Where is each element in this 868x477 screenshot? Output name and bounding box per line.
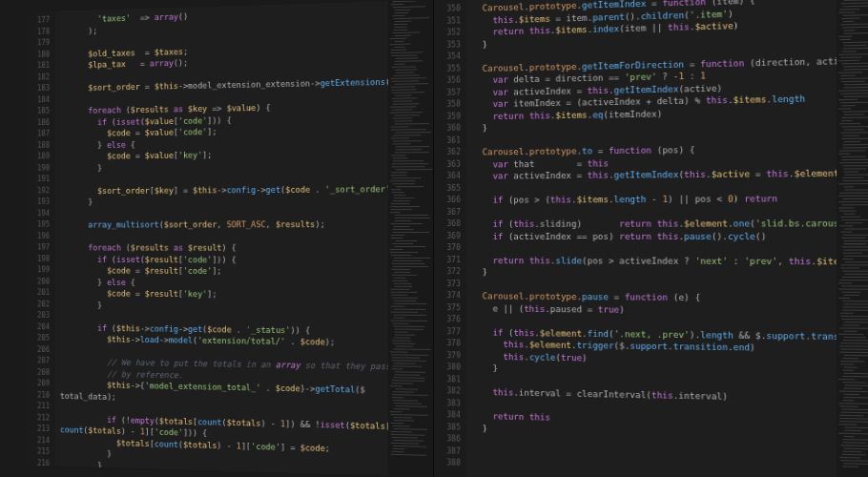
line-number: 379 [434, 350, 461, 363]
line-number: 216 [26, 457, 50, 469]
line-number: 187 [26, 129, 50, 140]
line-number: 372 [434, 266, 461, 279]
line-number: 201 [26, 287, 50, 299]
line-number: 217 [26, 468, 50, 477]
line-number: 191 [26, 174, 50, 185]
line-number: 373 [434, 279, 461, 291]
line-number: 210 [26, 389, 50, 401]
code-line[interactable]: $sort_order[$key] = $this->config->get($… [60, 183, 388, 197]
line-number: 353 [434, 39, 461, 52]
line-number: 206 [26, 344, 50, 356]
line-number: 363 [434, 158, 461, 171]
line-number: 365 [434, 182, 461, 195]
right-minimap[interactable] [837, 0, 868, 477]
right-code-area[interactable]: Carousel.prototype.getItemIndex = functi… [466, 0, 837, 477]
code-line[interactable]: array_multisort($sort_order, SORT_ASC, $… [60, 218, 388, 231]
line-number: 183 [26, 83, 50, 94]
line-number: 181 [26, 60, 50, 72]
line-number: 374 [434, 290, 461, 302]
right-editor-pane: 3503513523533543553563573583593603613623… [434, 0, 868, 477]
left-code-area[interactable]: 'taxes' => array() ); $old_taxes = $taxe… [55, 1, 388, 475]
line-number: 387 [434, 446, 461, 458]
line-number: 370 [434, 242, 461, 255]
line-number: 213 [26, 424, 50, 436]
line-number: 375 [434, 302, 461, 315]
line-number: 186 [26, 117, 50, 129]
code-line[interactable]: return this.slide(pos > activeIndex ? 'n… [472, 255, 837, 268]
line-number: 204 [26, 321, 50, 333]
line-number: 380 [434, 362, 461, 374]
line-number: 195 [26, 219, 50, 231]
line-number: 188 [26, 140, 50, 152]
line-number: 351 [434, 15, 461, 28]
line-number: 211 [26, 401, 50, 412]
line-number: 200 [26, 276, 50, 287]
line-number: 215 [26, 446, 50, 459]
line-number: 178 [26, 27, 50, 39]
line-number: 385 [434, 422, 461, 434]
left-editor-pane: 1771781791801811821831841851861871881891… [26, 0, 434, 477]
line-number: 378 [434, 338, 461, 350]
code-line[interactable]: if (this.sliding) return this.$element.o… [472, 218, 837, 230]
code-line[interactable]: if (activeIndex == pos) return this.paus… [472, 230, 837, 242]
line-number: 364 [434, 171, 461, 183]
left-gutter: 1771781791801811821831841851861871881891… [26, 11, 54, 467]
line-number: 361 [434, 135, 461, 147]
line-number: 369 [434, 230, 461, 242]
line-number: 368 [434, 218, 461, 231]
line-number: 198 [26, 254, 50, 265]
line-number: 359 [434, 111, 461, 123]
line-number: 208 [26, 366, 50, 378]
line-number: 177 [26, 15, 50, 28]
line-number: 352 [434, 27, 461, 39]
left-minimap[interactable] [388, 0, 433, 477]
right-gutter: 3503513523533543553563573583593603613623… [434, 0, 466, 477]
line-number: 358 [434, 99, 461, 112]
line-number: 179 [26, 37, 50, 50]
line-number: 199 [26, 265, 50, 277]
line-number: 185 [26, 106, 50, 117]
line-number: 193 [26, 197, 50, 208]
line-number: 377 [434, 326, 461, 339]
code-line[interactable] [472, 205, 837, 218]
code-line[interactable] [60, 231, 388, 242]
line-number: 381 [434, 374, 461, 386]
line-number: 207 [26, 356, 50, 367]
line-number: 360 [434, 123, 461, 135]
line-number: 205 [26, 333, 50, 344]
line-number: 192 [26, 185, 50, 197]
line-number: 383 [434, 398, 461, 410]
line-number: 388 [434, 457, 461, 469]
code-line[interactable] [472, 242, 837, 255]
line-number: 356 [434, 74, 461, 87]
line-number: 376 [434, 314, 461, 326]
line-number: 382 [434, 385, 461, 398]
line-number: 214 [26, 435, 50, 447]
code-line[interactable]: foreach ($results as $result) { [60, 242, 388, 255]
code-line[interactable]: $code = $result['code']; [60, 265, 388, 279]
line-number: 184 [26, 94, 50, 106]
line-number: 209 [26, 378, 50, 389]
line-number: 354 [434, 51, 461, 63]
line-number: 189 [26, 152, 50, 163]
line-number: 350 [434, 3, 461, 15]
line-number: 194 [26, 208, 50, 219]
line-number: 196 [26, 231, 50, 242]
line-number: 386 [434, 433, 461, 446]
line-number: 182 [26, 72, 50, 83]
line-number: 371 [434, 255, 461, 267]
code-line[interactable]: var activeIndex = this.getItemIndex(this… [472, 167, 837, 182]
line-number: 180 [26, 49, 50, 60]
code-line[interactable] [60, 207, 388, 219]
line-number: 203 [26, 310, 50, 321]
line-number: 190 [26, 162, 50, 174]
line-number: 384 [434, 409, 461, 422]
line-number: 357 [434, 87, 461, 99]
line-number: 362 [434, 147, 461, 159]
line-number: 355 [434, 63, 461, 75]
line-number: 212 [26, 412, 50, 424]
line-number: 366 [434, 195, 461, 207]
line-number: 367 [434, 206, 461, 218]
line-number: 202 [26, 299, 50, 310]
line-number: 197 [26, 242, 50, 254]
